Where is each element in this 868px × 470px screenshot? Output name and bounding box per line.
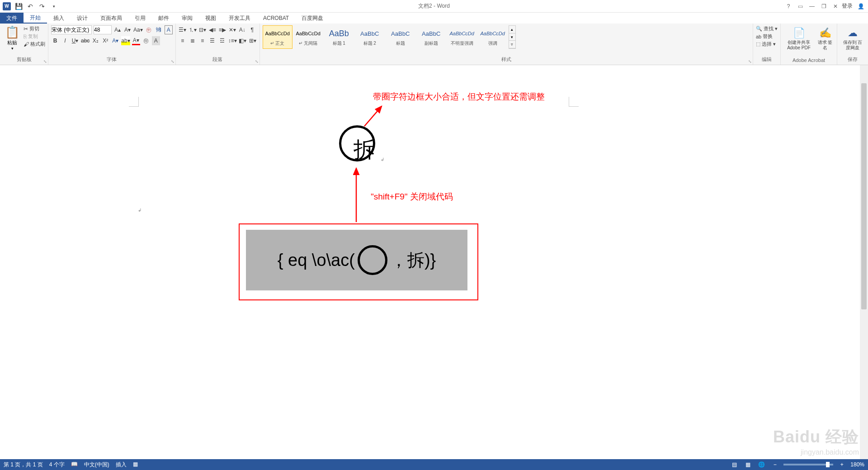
zoom-level[interactable]: 180% [850,461,864,468]
tab-insert[interactable]: 插入 [47,13,71,24]
select-button[interactable]: ⬚选择▾ [756,41,778,47]
distributed-icon[interactable]: ☲ [218,36,226,45]
spellcheck-icon[interactable]: 📖 [71,461,78,469]
account-icon[interactable]: 👤 [855,2,866,11]
scrollbar-thumb[interactable] [861,83,867,309]
create-pdf-button[interactable]: 📄创建并共享 Adobe PDF [783,25,814,57]
style-no-spacing[interactable]: AaBbCcDd↵ 无间隔 [293,25,323,49]
copy-button[interactable]: ⎘复制 [24,33,45,40]
qat-customize-icon[interactable]: ▾ [49,1,59,11]
web-layout-icon[interactable]: 🌐 [756,461,766,469]
zoom-out-icon[interactable]: − [770,461,780,469]
tab-references[interactable]: 引用 [128,13,152,24]
char-shading-icon[interactable]: A [152,36,160,45]
macro-icon[interactable]: ▦ [133,461,138,469]
tab-baidu[interactable]: 百度网盘 [295,13,330,24]
tab-developer[interactable]: 开发工具 [222,13,257,24]
bullets-icon[interactable]: ☰▾ [179,25,187,34]
document-area[interactable]: 带圈字符边框大小合适，但文字位置还需调整 拆 ↲ ↲ "shift+F9" 关闭… [0,65,868,459]
ribbon-display-icon[interactable]: ▭ [795,2,806,11]
subscript-icon[interactable]: X₂ [91,36,99,45]
find-button[interactable]: 🔍查找▾ [756,25,778,32]
minimize-icon[interactable]: — [807,2,817,11]
undo-icon[interactable]: ↶ [25,1,35,11]
zoom-slider[interactable] [783,464,833,465]
redo-icon[interactable]: ↷ [37,1,47,11]
style-subtle-emphasis[interactable]: AaBbCcDd不明显强调 [447,25,477,49]
multilevel-icon[interactable]: ⊟▾ [198,25,207,34]
cut-button[interactable]: ✂剪切 [24,25,45,32]
styles-down-icon[interactable]: ▾ [509,33,515,41]
style-normal[interactable]: AaBbCcDd↵ 正文 [263,25,292,49]
vertical-scrollbar[interactable] [860,65,868,459]
help-icon[interactable]: ? [783,2,794,11]
tab-mailings[interactable]: 邮件 [152,13,175,24]
format-painter-button[interactable]: 🖌格式刷 [24,41,45,47]
tab-file[interactable]: 文件 [0,13,24,24]
clipboard-launcher-icon[interactable]: ⤡ [43,59,47,64]
align-left-icon[interactable]: ≡ [179,36,187,45]
tab-view[interactable]: 视图 [199,13,222,24]
align-center-icon[interactable]: ≣ [189,36,197,45]
insert-mode[interactable]: 插入 [116,461,127,469]
replace-button[interactable]: ab替换 [756,33,778,40]
styles-up-icon[interactable]: ▴ [509,26,515,33]
style-emphasis[interactable]: AaBbCcDd强调 [478,25,508,49]
tab-review[interactable]: 审阅 [175,13,199,24]
read-mode-icon[interactable]: ▤ [729,461,739,469]
borders-icon[interactable]: ⊞▾ [249,36,257,45]
enclose-char-icon[interactable]: ㊞ [142,36,150,45]
font-launcher-icon[interactable]: ⤡ [171,59,175,64]
login-link[interactable]: 登录 [842,2,853,10]
italic-icon[interactable]: I [61,36,69,45]
justify-icon[interactable]: ☰ [208,36,217,45]
request-sign-button[interactable]: ✍请求 签名 [816,25,834,57]
strikethrough-icon[interactable]: abc [81,36,90,45]
print-layout-icon[interactable]: ▦ [743,461,753,469]
character-border-icon[interactable]: A [165,25,173,34]
app-icon[interactable]: W [2,1,12,11]
font-size-input[interactable] [94,25,112,34]
font-name-input[interactable] [51,25,92,34]
sort-icon[interactable]: A↓ [238,25,246,34]
style-title[interactable]: AaBbC标题 [386,25,415,49]
numbering-icon[interactable]: ⒈▾ [189,25,197,34]
save-baidu-button[interactable]: ☁保存到 百度网盘 [840,25,865,52]
language-indicator[interactable]: 中文(中国) [84,461,109,469]
zoom-slider-thumb[interactable] [826,462,830,467]
decrease-indent-icon[interactable]: ◀≡ [208,25,217,34]
style-subtitle[interactable]: AaBbC副标题 [416,25,446,49]
font-color-icon[interactable]: A▾ [132,36,140,45]
styles-more[interactable]: ▴▾▿ [509,25,516,49]
grow-font-icon[interactable]: A▴ [113,25,122,34]
clear-format-icon[interactable]: ㋿ [155,25,163,34]
highlight-icon[interactable]: ab▾ [121,36,130,45]
text-effects-icon[interactable]: A▾ [111,36,119,45]
style-heading1[interactable]: AaBb标题 1 [324,25,354,49]
paragraph-launcher-icon[interactable]: ⤡ [255,59,259,64]
asian-layout-icon[interactable]: ✕▾ [228,25,236,34]
line-spacing-icon[interactable]: ↕≡▾ [228,36,237,45]
superscript-icon[interactable]: X² [101,36,109,45]
zoom-in-icon[interactable]: + [837,461,847,469]
shrink-font-icon[interactable]: A▾ [123,25,132,34]
shading-icon[interactable]: ◧▾ [239,36,247,45]
close-icon[interactable]: ✕ [830,2,841,11]
phonetic-guide-icon[interactable]: ㊥ [145,25,153,34]
page-indicator[interactable]: 第 1 页，共 1 页 [4,461,43,469]
tab-layout[interactable]: 页面布局 [94,13,128,24]
increase-indent-icon[interactable]: ≡▶ [218,25,226,34]
styles-expand-icon[interactable]: ▿ [509,41,515,48]
restore-icon[interactable]: ❐ [818,2,829,11]
tab-acrobat[interactable]: ACROBAT [257,13,295,24]
style-heading2[interactable]: AaBbC标题 2 [355,25,385,49]
tab-home[interactable]: 开始 [24,13,47,24]
word-count[interactable]: 4 个字 [49,461,65,469]
align-right-icon[interactable]: ≡ [198,36,207,45]
tab-design[interactable]: 设计 [71,13,94,24]
paste-button[interactable]: 📋 粘贴 ▾ [3,25,22,56]
bold-icon[interactable]: B [51,36,59,45]
save-icon[interactable]: 💾 [14,1,24,11]
show-marks-icon[interactable]: ¶ [248,25,256,34]
change-case-icon[interactable]: Aa▾ [133,25,143,34]
